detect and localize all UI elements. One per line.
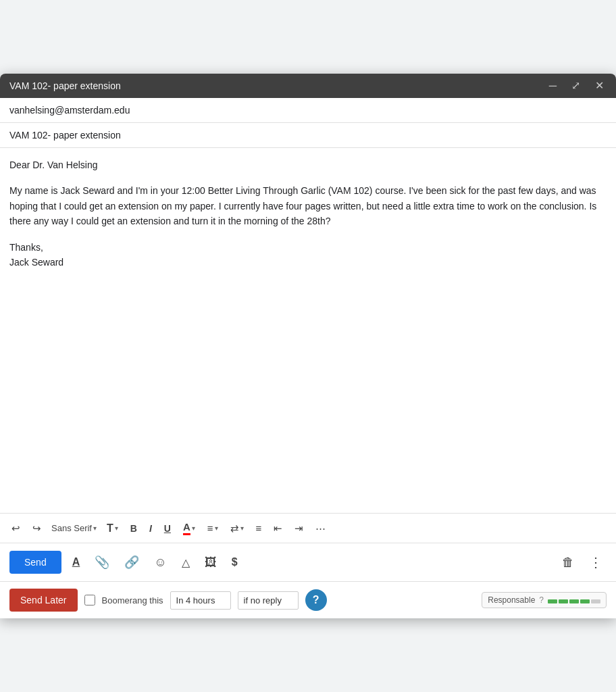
- link-button[interactable]: 🔗: [120, 551, 143, 574]
- dollar-icon: $: [232, 556, 238, 568]
- underline-icon: U: [164, 523, 171, 534]
- responsable-meter: [548, 597, 600, 603]
- responsable-help-icon: ?: [539, 595, 544, 605]
- responsable-label: Responsable: [488, 595, 535, 605]
- send-later-button[interactable]: Send Later: [9, 589, 78, 612]
- bottom-action-bar: Send A 📎 🔗 ☺ △ 🖼 $ 🗑 ⋮: [0, 543, 616, 581]
- emoji-button[interactable]: ☺: [150, 551, 170, 574]
- drive-icon: △: [182, 556, 190, 569]
- numbered-list-chevron: ▾: [240, 524, 244, 532]
- align-chevron: ▾: [215, 524, 218, 532]
- responsable-box[interactable]: Responsable ?: [482, 592, 607, 608]
- font-size-icon: T: [107, 522, 113, 535]
- body-paragraph: My name is Jack Seward and I'm in your 1…: [9, 183, 607, 228]
- link-icon: 🔗: [124, 555, 139, 570]
- greeting: Dear Dr. Van Helsing: [9, 157, 607, 172]
- expand-button[interactable]: ⤢: [569, 79, 583, 93]
- bullet-list-button[interactable]: ≡: [251, 519, 267, 537]
- closing: Thanks, Jack Seward: [9, 240, 607, 270]
- resp-bar-seg-4: [580, 599, 590, 603]
- to-input[interactable]: [9, 105, 607, 116]
- boomerang-label: Boomerang this: [102, 595, 163, 606]
- indent-more-button[interactable]: ⇥: [290, 519, 308, 538]
- redo-button[interactable]: ↪: [28, 519, 46, 538]
- send-button[interactable]: Send: [9, 551, 61, 574]
- font-size-button[interactable]: T ▾: [102, 519, 123, 538]
- more-options-button[interactable]: ⋮: [585, 550, 607, 574]
- compose-window: VAM 102- paper extension ─ ⤢ ✕ Dear Dr. …: [0, 74, 616, 618]
- delete-icon: 🗑: [562, 555, 574, 570]
- dollar-button[interactable]: $: [228, 552, 242, 572]
- resp-bar-seg-2: [559, 599, 568, 603]
- subject-input[interactable]: [9, 130, 607, 141]
- bold-button[interactable]: B: [126, 520, 142, 537]
- attach-icon: 📎: [95, 555, 109, 570]
- close-button[interactable]: ✕: [592, 79, 607, 93]
- more-options-icon: ⋮: [589, 554, 602, 570]
- underline-button[interactable]: U: [159, 520, 176, 537]
- hours-input[interactable]: [170, 591, 231, 610]
- to-field-row: [0, 98, 616, 123]
- indent-less-icon: ⇤: [274, 522, 282, 535]
- italic-button[interactable]: I: [145, 520, 157, 537]
- numbered-list-button[interactable]: ⇄ ▾: [226, 519, 249, 538]
- photo-icon: 🖼: [205, 555, 217, 570]
- format-button[interactable]: A: [68, 552, 84, 572]
- email-body-content[interactable]: Dear Dr. Van Helsing My name is Jack Sew…: [9, 157, 607, 270]
- boomerang-help-icon[interactable]: ?: [305, 589, 327, 611]
- boomerang-checkbox[interactable]: [84, 595, 95, 606]
- italic-icon: I: [149, 523, 152, 534]
- if-no-reply-input[interactable]: [238, 591, 299, 610]
- bullet-list-icon: ≡: [256, 522, 262, 534]
- responsable-bar: [548, 599, 600, 603]
- text-color-icon: A: [183, 521, 190, 535]
- email-body-area[interactable]: Dear Dr. Van Helsing My name is Jack Sew…: [0, 148, 616, 513]
- more-formatting-button[interactable]: ⋯: [311, 519, 330, 538]
- font-name-label: Sans Serif: [51, 523, 92, 533]
- bold-icon: B: [130, 523, 137, 534]
- redo-icon: ↪: [32, 522, 41, 535]
- numbered-list-icon: ⇄: [230, 522, 239, 535]
- title-bar: VAM 102- paper extension ─ ⤢ ✕: [0, 74, 616, 98]
- minimize-button[interactable]: ─: [546, 79, 559, 93]
- font-size-chevron: ▾: [115, 524, 118, 532]
- align-button[interactable]: ≡ ▾: [203, 519, 223, 537]
- more-formatting-icon: ⋯: [315, 522, 326, 535]
- subject-field-row: [0, 123, 616, 148]
- font-name-chevron: ▾: [93, 524, 97, 532]
- undo-icon: ↩: [11, 522, 20, 535]
- format-icon: A: [72, 556, 80, 568]
- font-name-selector[interactable]: Sans Serif ▾: [49, 522, 99, 535]
- question-mark-icon: ?: [313, 594, 319, 606]
- title-bar-actions: ─ ⤢ ✕: [546, 79, 607, 93]
- footer-bar: Send Later Boomerang this ? Responsable …: [0, 581, 616, 618]
- resp-bar-seg-3: [569, 599, 579, 603]
- photo-button[interactable]: 🖼: [201, 551, 221, 574]
- window-title: VAM 102- paper extension: [9, 80, 121, 91]
- text-color-button[interactable]: A ▾: [178, 518, 200, 539]
- formatting-toolbar: ↩ ↪ Sans Serif ▾ T ▾ B I U A ▾ ≡ ▾: [0, 513, 616, 543]
- indent-less-button[interactable]: ⇤: [269, 519, 287, 538]
- delete-button[interactable]: 🗑: [558, 551, 578, 574]
- undo-button[interactable]: ↩: [7, 519, 25, 538]
- resp-bar-seg-1: [548, 599, 557, 603]
- text-color-chevron: ▾: [192, 524, 195, 532]
- align-icon: ≡: [207, 522, 213, 534]
- emoji-icon: ☺: [154, 555, 166, 570]
- attach-button[interactable]: 📎: [91, 551, 113, 574]
- indent-more-icon: ⇥: [294, 522, 303, 535]
- drive-button[interactable]: △: [178, 552, 194, 573]
- resp-bar-seg-5: [591, 599, 600, 603]
